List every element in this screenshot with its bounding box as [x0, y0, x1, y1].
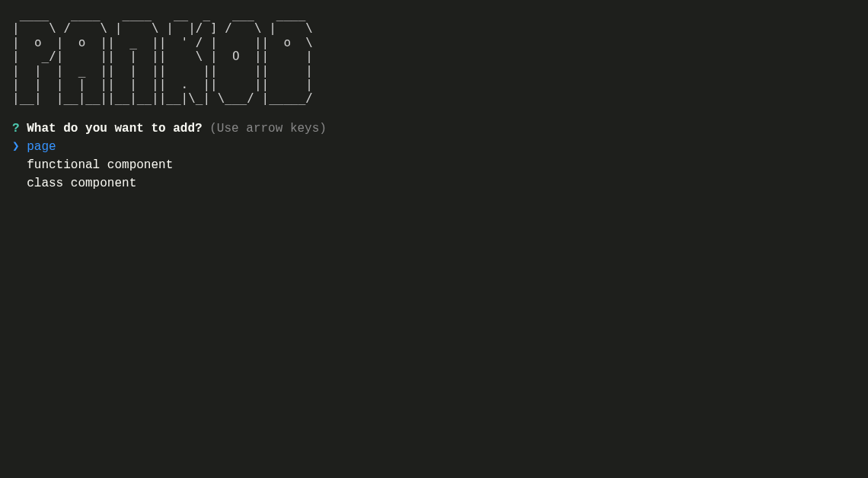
- option-indent: [12, 177, 27, 190]
- option-indent: [12, 158, 27, 172]
- option-label: functional component: [27, 158, 173, 172]
- option-class-component[interactable]: class component: [12, 174, 856, 193]
- question-mark-icon: ?: [12, 122, 20, 135]
- option-label: page: [27, 140, 56, 154]
- option-functional-component[interactable]: functional component: [12, 156, 856, 174]
- option-page[interactable]: ❯ page: [12, 138, 856, 156]
- prompt-line: ? What do you want to add? (Use arrow ke…: [12, 120, 856, 138]
- option-label: class component: [27, 177, 136, 190]
- prompt-question: What do you want to add?: [27, 122, 202, 135]
- pointer-icon: ❯: [12, 140, 20, 154]
- prompt-hint: (Use arrow keys): [209, 122, 327, 135]
- ascii-logo: ____ ____ ____ __ _ ___ ____ | \ / \ | \…: [12, 8, 856, 106]
